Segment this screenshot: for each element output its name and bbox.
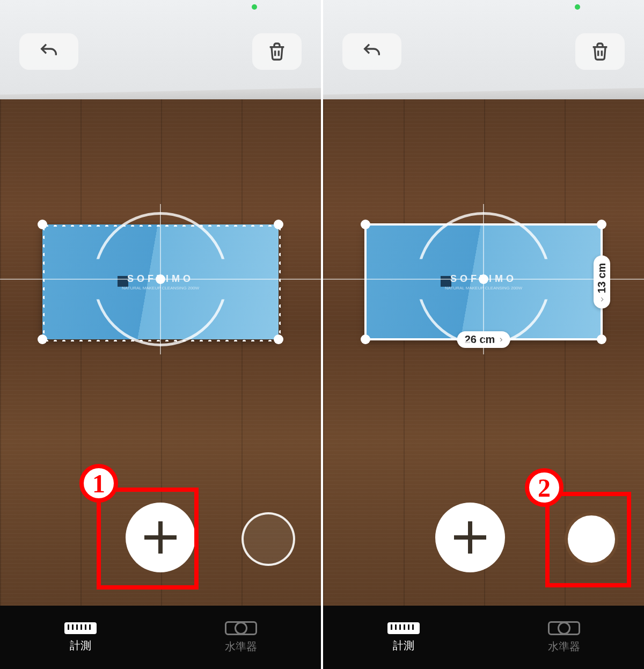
tab-level[interactable]: 水準器 — [484, 606, 644, 669]
tab-measure-label: 計測 — [393, 638, 414, 653]
undo-button[interactable] — [19, 33, 78, 70]
add-point-button[interactable] — [435, 503, 505, 572]
callout-number-2: 2 — [525, 468, 564, 507]
shutter-button[interactable] — [241, 512, 295, 566]
measure-reticle — [93, 212, 228, 346]
selection-handle-bl[interactable] — [38, 334, 47, 344]
handle-tl[interactable] — [361, 220, 370, 229]
chevron-right-icon — [598, 295, 606, 303]
selection-handle-tr[interactable] — [274, 220, 283, 229]
phone-right: SOFTIMO NATURAL MAKEUP CLEANSING 200W 26… — [323, 0, 644, 669]
tab-level-label: 水準器 — [225, 639, 257, 654]
callout-box-2 — [545, 492, 631, 587]
clear-button[interactable] — [575, 33, 625, 70]
reticle-center-dot — [479, 274, 488, 284]
ruler-icon — [64, 622, 97, 634]
level-icon — [225, 621, 257, 635]
tab-measure[interactable]: 計測 — [0, 606, 160, 669]
tab-bar: 計測 水準器 — [0, 606, 321, 669]
clear-button[interactable] — [252, 33, 302, 70]
measure-reticle — [416, 212, 551, 346]
tab-measure-label: 計測 — [70, 638, 91, 653]
level-icon — [548, 621, 580, 635]
trash-icon — [266, 41, 288, 62]
tab-measure[interactable]: 計測 — [323, 606, 484, 669]
ruler-icon — [387, 622, 420, 634]
measurement-height-value: 13 cm — [596, 263, 608, 294]
camera-active-dot — [252, 4, 257, 10]
handle-tr[interactable] — [597, 220, 606, 229]
tutorial-two-up: SOFTIMO NATURAL MAKEUP CLEANSING 200W 1 — [0, 0, 644, 669]
camera-active-dot — [575, 4, 580, 10]
undo-icon — [38, 41, 60, 62]
phone-left: SOFTIMO NATURAL MAKEUP CLEANSING 200W 1 — [0, 0, 321, 669]
trash-icon — [589, 41, 611, 62]
handle-br[interactable] — [597, 334, 606, 344]
measurement-height[interactable]: 13 cm — [594, 256, 610, 309]
undo-button[interactable] — [342, 33, 401, 70]
callout-box-1 — [97, 488, 199, 590]
tab-level[interactable]: 水準器 — [160, 606, 321, 669]
callout-number-1: 1 — [79, 464, 118, 503]
selection-handle-tl[interactable] — [38, 220, 47, 229]
tab-level-label: 水準器 — [548, 639, 580, 654]
reticle-center-dot — [156, 274, 165, 284]
handle-bl[interactable] — [361, 334, 370, 344]
tab-bar: 計測 水準器 — [323, 606, 644, 669]
undo-icon — [361, 41, 383, 62]
selection-handle-br[interactable] — [274, 334, 283, 344]
